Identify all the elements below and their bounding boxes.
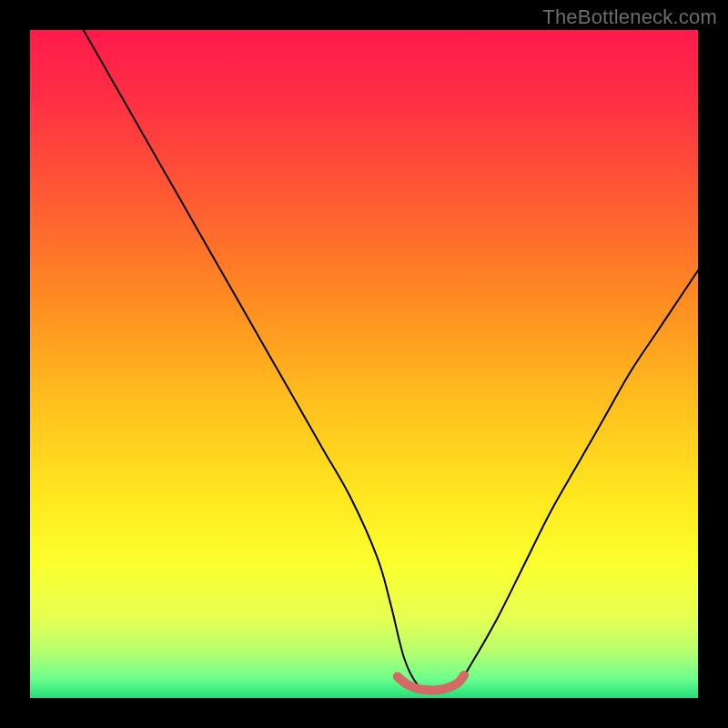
chart-frame: TheBottleneck.com xyxy=(0,0,728,728)
plot-area xyxy=(30,30,698,698)
curve-layer xyxy=(30,30,698,698)
bottleneck-curve xyxy=(84,30,698,693)
optimal-range-marker xyxy=(398,675,464,690)
watermark-text: TheBottleneck.com xyxy=(542,5,717,29)
